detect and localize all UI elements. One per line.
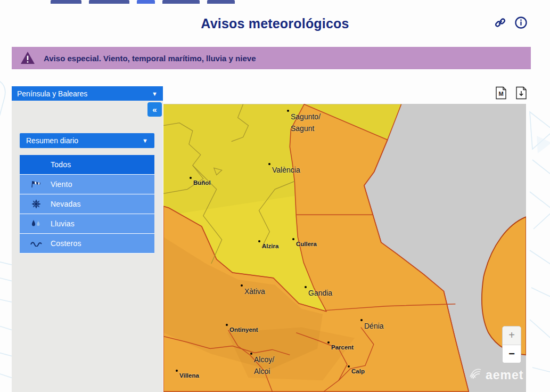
filter-label: Viento bbox=[51, 180, 72, 189]
chevron-down-icon: ▼ bbox=[152, 91, 158, 97]
chevron-down-icon: ▼ bbox=[142, 137, 148, 144]
filter-item-viento[interactable]: Viento bbox=[20, 175, 154, 194]
city-label-alcoy: Alcoy/Alcoi bbox=[254, 354, 274, 377]
sidebar-collapse-button[interactable]: « bbox=[147, 102, 162, 117]
city-label-buñol: Buñol bbox=[193, 178, 211, 188]
zoom-in-button[interactable]: + bbox=[503, 326, 521, 345]
special-warning-banner[interactable]: Aviso especial. Viento, temporal marítim… bbox=[12, 47, 531, 69]
filter-label: Costeros bbox=[51, 239, 81, 248]
city-dot bbox=[305, 286, 307, 288]
city-label-parcent: Parcent bbox=[331, 343, 354, 353]
city-dot bbox=[190, 177, 192, 179]
filter-item-nevadas[interactable]: Nevadas bbox=[20, 194, 154, 214]
collapse-chevrons: « bbox=[152, 105, 157, 114]
warning-filter-list: TodosVientoNevadasLluviasCosteros bbox=[20, 155, 154, 254]
filter-item-lluvias[interactable]: Lluvias bbox=[20, 214, 154, 234]
summary-selector-value: Resumen diario bbox=[26, 136, 78, 145]
filter-label: Todos bbox=[51, 160, 71, 169]
city-dot bbox=[250, 353, 252, 355]
city-dot bbox=[258, 240, 260, 242]
city-label-ontinyent: Ontinyent bbox=[229, 325, 258, 335]
zoom-out-button[interactable]: − bbox=[503, 345, 521, 363]
waves-icon bbox=[29, 239, 43, 248]
city-dot bbox=[176, 370, 178, 372]
sidebar-panel: Península y Baleares ▼ « Resumen diario … bbox=[12, 86, 163, 392]
city-label-cullera: Cullera bbox=[296, 240, 317, 249]
region-selector[interactable]: Península y Baleares ▼ bbox=[12, 86, 163, 101]
info-icon[interactable] bbox=[514, 16, 528, 29]
windsock-icon bbox=[29, 179, 43, 189]
city-dot bbox=[287, 110, 289, 112]
svg-text:M: M bbox=[498, 91, 503, 97]
special-warning-text: Aviso especial. Viento, temporal marítim… bbox=[44, 54, 256, 63]
filter-label: Nevadas bbox=[51, 200, 81, 208]
city-dot bbox=[327, 341, 330, 344]
map-doc-icon[interactable]: M bbox=[495, 86, 507, 100]
city-label-gandia: Gandia bbox=[308, 288, 332, 299]
city-label-villena: Villena bbox=[179, 371, 199, 381]
snowflake-icon bbox=[29, 199, 43, 209]
map-zoom-control: + − bbox=[502, 326, 521, 363]
city-dot bbox=[292, 238, 294, 240]
city-dot bbox=[360, 319, 363, 321]
page-header: Avisos meteorológicos bbox=[0, 12, 550, 38]
aemet-watermark-text: aemet bbox=[486, 368, 523, 382]
city-label-alzira: Alzira bbox=[262, 242, 278, 251]
city-label-sagunto: Sagunto/Sagunt bbox=[291, 111, 321, 134]
aemet-logo-icon bbox=[469, 366, 482, 383]
city-dot bbox=[348, 365, 350, 368]
filter-label: Lluvias bbox=[51, 219, 75, 228]
filter-item-costeros[interactable]: Costeros bbox=[20, 234, 154, 254]
page-title: Avisos meteorológicos bbox=[0, 12, 550, 31]
region-selector-value: Península y Baleares bbox=[17, 89, 87, 98]
warning-map[interactable]: Sagunto/SaguntValènciaBuñolAlziraCullera… bbox=[163, 104, 526, 392]
city-label-calp: Calp bbox=[351, 367, 365, 377]
city-dot bbox=[241, 284, 243, 287]
filter-item-todos[interactable]: Todos bbox=[20, 155, 154, 175]
summary-selector[interactable]: Resumen diario ▼ bbox=[20, 133, 154, 148]
link-icon[interactable] bbox=[494, 16, 507, 29]
city-label-valència: València bbox=[272, 165, 300, 176]
city-dot bbox=[226, 324, 228, 326]
city-label-xàtiva: Xàtiva bbox=[244, 286, 265, 298]
download-icon[interactable] bbox=[515, 86, 527, 100]
breadcrumb-cutoff bbox=[51, 0, 235, 4]
warning-triangle-icon bbox=[20, 51, 35, 65]
city-label-dénia: Dénia bbox=[364, 321, 384, 332]
raindrops-icon bbox=[29, 219, 43, 228]
city-dot bbox=[268, 163, 270, 165]
aemet-watermark: aemet bbox=[469, 366, 523, 383]
